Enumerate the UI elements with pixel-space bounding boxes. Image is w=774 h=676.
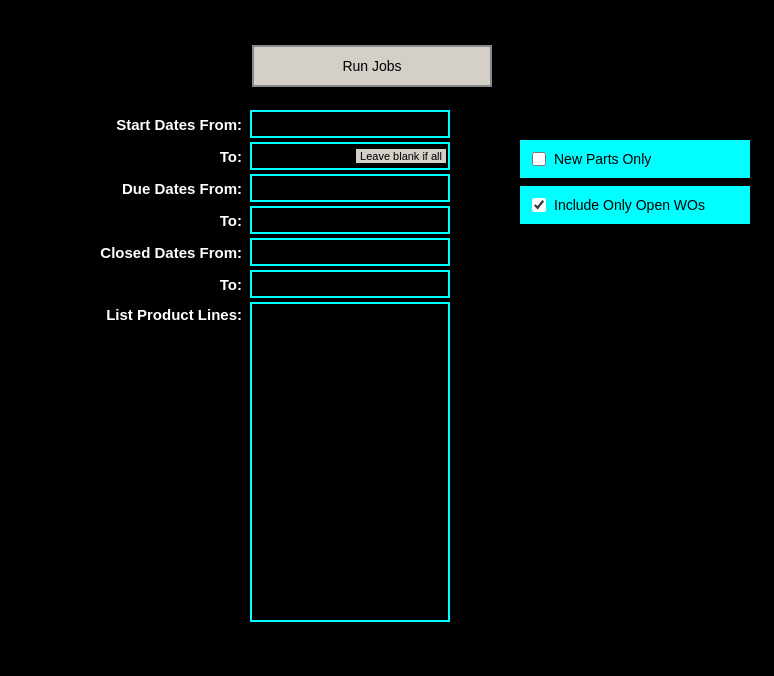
product-lines-row: List Product Lines: [20,302,490,622]
closed-dates-from-row: Closed Dates From: [20,238,490,266]
new-parts-only-label: New Parts Only [554,151,651,167]
right-panel: New Parts Only Include Only Open WOs [520,140,750,224]
due-dates-from-input[interactable] [250,174,450,202]
start-dates-from-row: Start Dates From: [20,110,490,138]
start-dates-from-input[interactable] [250,110,450,138]
closed-dates-to-row: To: [20,270,490,298]
closed-dates-from-input[interactable] [250,238,450,266]
include-open-wos-label: Include Only Open WOs [554,197,705,213]
include-open-wos-checkbox[interactable] [532,198,546,212]
product-lines-textarea[interactable] [250,302,450,622]
due-dates-to-row: To: [20,206,490,234]
run-jobs-button[interactable]: Run Jobs [252,45,492,87]
start-dates-from-label: Start Dates From: [20,116,250,133]
due-dates-to-input[interactable] [250,206,450,234]
due-dates-from-label: Due Dates From: [20,180,250,197]
start-dates-to-row: To: Leave blank if all [20,142,490,170]
include-open-wos-checkbox-row[interactable]: Include Only Open WOs [520,186,750,224]
start-dates-to-input-container: Leave blank if all [250,142,450,170]
new-parts-only-checkbox[interactable] [532,152,546,166]
start-dates-to-input[interactable] [250,142,450,170]
closed-dates-from-label: Closed Dates From: [20,244,250,261]
new-parts-only-checkbox-row[interactable]: New Parts Only [520,140,750,178]
due-dates-to-label: To: [20,212,250,229]
start-dates-to-label: To: [20,148,250,165]
due-dates-from-row: Due Dates From: [20,174,490,202]
form-area: Start Dates From: To: Leave blank if all… [20,110,490,622]
closed-dates-to-label: To: [20,276,250,293]
closed-dates-to-input[interactable] [250,270,450,298]
product-lines-label: List Product Lines: [20,302,250,323]
